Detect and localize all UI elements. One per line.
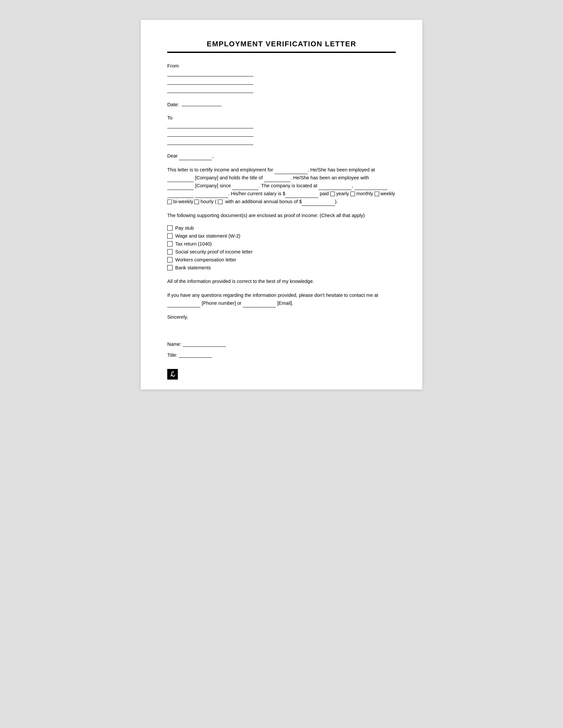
location-blank-3 (167, 192, 194, 198)
supporting-docs-section: The following supporting document(s) are… (167, 212, 396, 220)
body-text-1: This letter is to certify income and emp… (167, 167, 274, 172)
monthly-label: monthly (356, 191, 373, 196)
sincerely-section: Sincerely, (167, 313, 396, 321)
workers-comp-label: Workers compensation letter (175, 257, 236, 262)
checkbox-item-3: Tax return (1040) (167, 241, 396, 247)
bonus-checkbox[interactable] (218, 200, 222, 204)
from-line-1 (167, 70, 253, 76)
bankstatements-label: Bank statements (175, 265, 211, 270)
date-label: Date: (167, 102, 179, 107)
biweekly-label: bi-weekly (173, 199, 193, 204)
body-text-9: . His/her current salary is $ (228, 191, 285, 196)
to-label: To (167, 115, 396, 120)
checkbox-item-2: Wage and tax statement (W-2) (167, 233, 396, 239)
accuracy-text: All of the information provided is corre… (167, 279, 314, 284)
checkbox-item-5: Workers compensation letter (167, 257, 396, 262)
yearly-checkbox[interactable] (330, 192, 335, 196)
hourly-checkbox[interactable] (194, 200, 199, 204)
body-text-10: paid (318, 191, 330, 196)
body-text-5: [Company] since (194, 183, 232, 188)
dear-section: Dear , (167, 152, 396, 160)
bankstatements-checkbox[interactable] (167, 265, 172, 270)
yearly-label: yearly (336, 191, 349, 196)
footer-logo: ℒ (167, 369, 178, 380)
title-divider (167, 52, 396, 53)
body-text-6: . The company is located at (258, 183, 319, 188)
from-line-2 (167, 79, 253, 85)
phone-placeholder: [Phone number] or (200, 300, 243, 306)
socialsecurity-label: Social security proof of income letter (175, 249, 253, 254)
contact-prefix: If you have any questions regarding the … (167, 293, 378, 298)
document-page: EMPLOYMENT VERIFICATION LETTER From Date… (141, 20, 422, 389)
checkbox-item-4: Social security proof of income letter (167, 249, 396, 254)
document-title: EMPLOYMENT VERIFICATION LETTER (167, 40, 396, 48)
from-section: From (167, 63, 396, 93)
supporting-docs-text: The following supporting document(s) are… (167, 213, 365, 218)
to-line-2 (167, 131, 253, 137)
employee-name-blank (274, 168, 308, 174)
to-line-1 (167, 122, 253, 128)
email-blank (243, 302, 276, 307)
checkbox-item-6: Bank statements (167, 265, 396, 270)
workers-comp-checkbox[interactable] (167, 257, 172, 262)
dear-prefix: Dear , (167, 153, 213, 159)
checkbox-list: Pay stub Wage and tax statement (W-2) Ta… (167, 225, 396, 270)
body-text-4: . He/She has been an employee with (291, 175, 369, 180)
dear-blank (179, 155, 212, 160)
since-blank (232, 184, 258, 190)
sincerely-text: Sincerely, (167, 314, 188, 320)
contact-section: If you have any questions regarding the … (167, 292, 396, 307)
email-placeholder: [Email]. (276, 300, 293, 306)
from-line-3 (167, 87, 253, 93)
paystub-checkbox[interactable] (167, 225, 172, 231)
monthly-checkbox[interactable] (351, 192, 355, 196)
phone-blank (167, 302, 200, 307)
bonus-text: with an additional annual bonus of $ (224, 199, 302, 204)
location-blank-2 (354, 184, 388, 190)
title-label: Title: (167, 352, 177, 358)
name-title-section: Name: Title: (167, 341, 396, 358)
title-blank (264, 176, 291, 182)
title-section: EMPLOYMENT VERIFICATION LETTER (167, 40, 396, 48)
name-blank (183, 341, 226, 347)
title-blank (179, 352, 212, 358)
biweekly-checkbox[interactable] (167, 200, 172, 204)
body-text-3: [Company] and holds the title of (194, 175, 264, 180)
weekly-label: weekly (381, 191, 395, 196)
checkbox-item-1: Pay stub (167, 225, 396, 231)
company-blank-2 (167, 184, 194, 190)
bonus-blank (302, 200, 335, 206)
socialsecurity-checkbox[interactable] (167, 249, 172, 254)
body-text-7: , (352, 183, 354, 188)
accuracy-section: All of the information provided is corre… (167, 278, 396, 286)
logo-letter: ℒ (170, 370, 175, 378)
body-text-2: . He/She has been employed at (308, 167, 375, 172)
from-label: From (167, 63, 396, 68)
hourly-label: hourly ( (200, 199, 216, 204)
to-section: To (167, 115, 396, 145)
w2-label: Wage and tax statement (W-2) (175, 233, 240, 239)
taxreturn-checkbox[interactable] (167, 241, 172, 247)
bonus-end: ). (335, 199, 338, 204)
name-line: Name: (167, 341, 396, 347)
date-section: Date: (167, 100, 396, 108)
location-blank-1 (319, 184, 352, 190)
salary-blank (285, 192, 318, 198)
title-field-line: Title: (167, 352, 396, 358)
to-line-3 (167, 139, 253, 145)
body-paragraph-1: This letter is to certify income and emp… (167, 166, 396, 206)
taxreturn-label: Tax return (1040) (175, 241, 211, 247)
location-blank-4 (195, 192, 228, 198)
name-label: Name: (167, 341, 181, 347)
logo-icon: ℒ (167, 369, 178, 380)
date-field (182, 100, 221, 106)
paystub-label: Pay stub (175, 225, 194, 231)
company-blank-1 (167, 176, 194, 182)
weekly-checkbox[interactable] (375, 192, 379, 196)
w2-checkbox[interactable] (167, 233, 172, 239)
